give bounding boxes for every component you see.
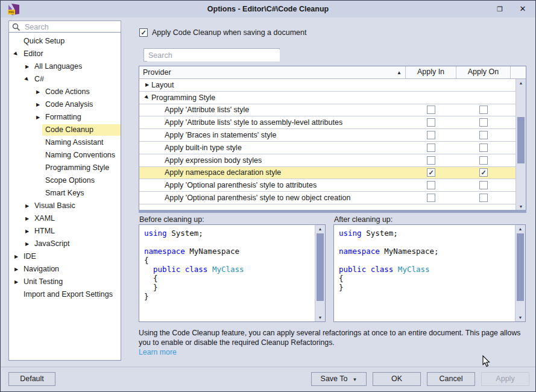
after-scrollbar[interactable]: ▲ ▼	[515, 225, 525, 321]
collapsed-expander-icon[interactable]: ▶	[12, 263, 20, 276]
sidebar-item-code-cleanup[interactable]: Code Cleanup	[9, 124, 121, 136]
table-row[interactable]: Apply 'Optional parenthesis' style to at…	[139, 179, 516, 192]
before-scrollbar[interactable]: ▲ ▼	[315, 225, 325, 321]
collapsed-expander-icon[interactable]: ▶	[34, 111, 42, 124]
sidebar-item-programming-style[interactable]: Programming Style	[9, 162, 121, 174]
apply-code-cleanup-label: Apply Code Cleanup when saving a documen…	[152, 28, 306, 37]
collapsed-expander-icon[interactable]: ▶	[34, 86, 42, 98]
scroll-down-icon[interactable]: ▼	[516, 204, 526, 209]
collapsed-expander-icon[interactable]: ▶	[23, 200, 31, 212]
apply-on-save-checkbox[interactable]	[479, 144, 488, 152]
sidebar-item-xaml[interactable]: ▶XAML	[9, 212, 121, 225]
scroll-up-icon[interactable]: ▲	[516, 81, 526, 85]
default-button[interactable]: Default	[8, 372, 55, 386]
settings-tree: Quick Setup▶Editor▶All Languages▶C#▶Code…	[8, 32, 121, 361]
provider-label: Apply expression body styles	[165, 156, 262, 165]
column-apply-in-action[interactable]: Apply In Action	[406, 66, 456, 78]
scrollbar-thumb[interactable]	[517, 117, 525, 163]
before-code: using System; namespace MyNamespace{ pub…	[144, 229, 313, 319]
code-line: public class MyClass	[144, 265, 313, 274]
sidebar-item-naming-conventions[interactable]: Naming Conventions	[9, 149, 121, 162]
sidebar-item-ide[interactable]: ▶IDE	[9, 250, 121, 263]
apply-in-action-checkbox[interactable]	[427, 144, 435, 152]
table-row[interactable]: Apply built-in type style	[139, 142, 516, 154]
collapsed-expander-icon[interactable]: ▶	[23, 60, 31, 73]
expanded-expander-icon[interactable]: ▶	[142, 93, 152, 102]
save-to-button[interactable]: Save To▼	[311, 372, 367, 386]
table-scrollbar[interactable]: ▲ ▼	[516, 79, 526, 210]
table-row[interactable]: Apply 'Optional parenthesis' style to ne…	[139, 192, 516, 204]
close-button[interactable]: ✕	[512, 1, 533, 17]
apply-on-save-checkbox[interactable]	[479, 194, 488, 202]
table-row[interactable]: Apply namespace declaration style✓✓	[139, 167, 516, 180]
sidebar-item-smart-keys[interactable]: Smart Keys	[9, 187, 121, 200]
apply-on-save-checkbox[interactable]	[479, 131, 488, 139]
apply-in-action-checkbox[interactable]	[427, 194, 435, 202]
collapsed-expander-icon[interactable]: ▶	[12, 250, 20, 263]
collapsed-expander-icon[interactable]: ▶	[23, 212, 31, 225]
apply-on-save-checkbox[interactable]: ✓	[479, 168, 488, 177]
apply-in-action-checkbox[interactable]	[427, 106, 435, 114]
collapsed-expander-icon[interactable]: ▶	[12, 276, 20, 288]
apply-in-action-checkbox[interactable]: ✓	[427, 168, 435, 177]
collapsed-expander-icon[interactable]: ▶	[34, 98, 42, 111]
sidebar-item-label: HTML	[31, 226, 58, 237]
cancel-button[interactable]: Cancel	[427, 372, 475, 386]
sidebar-item-scope-options[interactable]: Scope Options	[9, 174, 121, 187]
collapsed-expander-icon[interactable]: ▶	[23, 225, 31, 238]
sidebar-item-quick-setup[interactable]: Quick Setup	[9, 35, 121, 48]
apply-in-action-checkbox[interactable]	[427, 181, 435, 189]
sidebar-search	[8, 21, 121, 33]
column-apply-on-save[interactable]: Apply On Save	[456, 66, 511, 78]
sidebar-item-code-actions[interactable]: ▶Code Actions	[9, 86, 121, 98]
sidebar-item-label: Editor	[20, 48, 46, 60]
learn-more-link[interactable]: Learn more	[139, 348, 177, 356]
table-row[interactable]: Apply 'Braces in statements' style	[139, 129, 516, 142]
ok-button[interactable]: OK	[373, 372, 421, 386]
apply-on-save-checkbox[interactable]	[479, 106, 488, 114]
sidebar-item-c-[interactable]: ▶C#	[9, 73, 121, 86]
provider-search-input[interactable]	[147, 49, 280, 62]
scrollbar-thumb[interactable]	[517, 233, 524, 301]
sidebar-item-naming-assistant[interactable]: Naming Assistant	[9, 136, 121, 149]
sidebar-item-javascript[interactable]: ▶JavaScript	[9, 238, 121, 250]
sidebar-item-formatting[interactable]: ▶Formatting	[9, 111, 121, 124]
sort-ascending-icon: ▲	[397, 67, 402, 78]
table-row[interactable]: ▶Programming Style	[139, 92, 516, 104]
scroll-down-icon[interactable]: ▼	[315, 315, 325, 320]
provider-label: Apply 'Optional parenthesis' style to at…	[165, 181, 317, 189]
sidebar-item-visual-basic[interactable]: ▶Visual Basic	[9, 200, 121, 212]
scroll-up-icon[interactable]: ▲	[516, 227, 525, 231]
sidebar-item-all-languages[interactable]: ▶All Languages	[9, 60, 121, 73]
sidebar-item-editor[interactable]: ▶Editor	[9, 48, 121, 60]
sidebar-search-input[interactable]	[24, 22, 119, 33]
sidebar-item-code-analysis[interactable]: ▶Code Analysis	[9, 98, 121, 111]
scrollbar-thumb[interactable]	[317, 233, 324, 301]
collapsed-expander-icon[interactable]: ▶	[143, 82, 151, 87]
sidebar-item-label: Quick Setup	[20, 36, 68, 47]
code-line	[339, 256, 513, 265]
provider-label: Apply namespace declaration style	[165, 168, 281, 177]
apply-on-save-checkbox[interactable]	[479, 118, 488, 127]
apply-code-cleanup-checkbox[interactable]: ✓	[139, 28, 148, 37]
sidebar-item-navigation[interactable]: ▶Navigation	[9, 263, 121, 276]
collapsed-expander-icon[interactable]: ▶	[23, 238, 31, 250]
apply-on-save-checkbox[interactable]	[479, 181, 488, 189]
apply-in-action-checkbox[interactable]	[427, 118, 435, 127]
table-header: Provider ▲ Apply In Action Apply On Save	[139, 66, 526, 79]
sidebar-item-import-and-export-settings[interactable]: Import and Export Settings	[9, 288, 121, 301]
provider-search	[143, 48, 280, 62]
apply-in-action-checkbox[interactable]	[427, 131, 435, 139]
table-row[interactable]: Apply 'Attribute lists' style	[139, 104, 516, 117]
sidebar-item-html[interactable]: ▶HTML	[9, 225, 121, 238]
maximize-button[interactable]: ❐	[490, 1, 510, 17]
table-row[interactable]: Apply expression body styles	[139, 154, 516, 167]
apply-on-save-checkbox[interactable]	[479, 156, 488, 165]
sidebar-item-unit-testing[interactable]: ▶Unit Testing	[9, 276, 121, 288]
apply-in-action-checkbox[interactable]	[427, 156, 435, 165]
scroll-down-icon[interactable]: ▼	[516, 315, 525, 320]
column-provider[interactable]: Provider ▲	[139, 66, 406, 78]
table-row[interactable]: ▶Layout	[139, 79, 516, 92]
table-row[interactable]: Apply 'Attribute lists' style to assembl…	[139, 116, 516, 129]
scroll-up-icon[interactable]: ▲	[315, 227, 325, 231]
